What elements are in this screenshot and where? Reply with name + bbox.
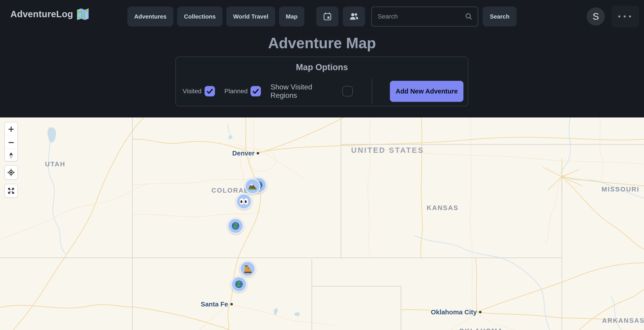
options-divider (372, 79, 372, 104)
mountain-emoji (248, 182, 257, 191)
page-title: Adventure Map (0, 34, 644, 52)
users-icon (349, 12, 359, 22)
city-dot (230, 303, 233, 306)
minus-icon: − (8, 138, 14, 146)
primary-nav: AdventuresCollectionsWorld TravelMap (128, 6, 304, 26)
state-label-missouri: MISSOURI (602, 186, 639, 193)
checkbox-planned[interactable]: Planned (224, 86, 261, 96)
checkbox-group: VisitedPlannedShow Visited Regions (182, 83, 353, 100)
map-locate-control (4, 165, 18, 180)
zoom-out-button[interactable]: − (5, 136, 18, 149)
search-icon (465, 13, 473, 20)
adventure-marker-globe[interactable] (228, 218, 244, 234)
checkbox-checked[interactable] (250, 86, 261, 96)
globe-emoji (234, 280, 244, 289)
ellipsis-icon: ••• (617, 13, 633, 20)
city-label-oklahoma-city: Oklahoma City (431, 308, 482, 316)
map-zoom-control: + − (4, 122, 18, 162)
checkbox-label: Planned (224, 88, 248, 95)
city-dot (257, 152, 259, 154)
state-label-kansas: KANSAS (427, 204, 458, 212)
globe-emoji (231, 221, 240, 231)
city-label-denver: Denver (232, 150, 259, 157)
map-fullscreen-control (4, 184, 18, 198)
nav-world-travel[interactable]: World Travel (226, 6, 275, 26)
navbar: AdventureLog AdventuresCollectionsWorld … (0, 0, 644, 118)
nav-map[interactable]: Map (279, 6, 304, 26)
app-title: AdventureLog (10, 9, 73, 19)
checkbox-unchecked[interactable] (342, 86, 353, 96)
adventure-marker-eyes[interactable] (236, 194, 252, 209)
city-name: Oklahoma City (431, 308, 477, 316)
plus-icon: + (8, 125, 14, 133)
locate-button[interactable] (5, 166, 18, 179)
country-label-united-states: UNITED STATES (351, 146, 424, 154)
calendar-icon (322, 12, 332, 22)
search-button[interactable]: Search (483, 6, 516, 26)
app-logo[interactable]: AdventureLog (10, 8, 90, 20)
adventure-marker-globe[interactable] (231, 276, 247, 292)
checkbox-label: Show Visited Regions (270, 83, 340, 100)
compass-button[interactable] (5, 149, 18, 162)
fullscreen-button[interactable] (5, 184, 18, 197)
more-menu-button[interactable]: ••• (612, 6, 639, 28)
check-icon (252, 87, 260, 95)
adventure-marker-mountain[interactable] (244, 178, 260, 194)
state-label-utah: UTAH (45, 160, 66, 168)
calendar-button[interactable] (316, 6, 338, 26)
map-options-title: Map Options (176, 62, 468, 72)
city-label-santa-fe: Santa Fe (201, 300, 233, 308)
search-input[interactable] (372, 13, 465, 20)
adventurelog-app: AdventureLog AdventuresCollectionsWorld … (0, 0, 644, 330)
city-name: Santa Fe (201, 300, 228, 308)
checkbox-show-visited-regions[interactable]: Show Visited Regions (270, 83, 353, 100)
compass-icon (7, 151, 15, 160)
city-dot (479, 311, 482, 314)
hiking-boot-emoji (243, 264, 252, 274)
adventure-map[interactable]: UNITED STATESUTAHCOLORADOKANSASMISSOURIA… (0, 118, 644, 330)
avatar[interactable]: S (587, 8, 605, 26)
search-box (371, 6, 478, 26)
adventure-marker-boot[interactable] (240, 261, 256, 277)
map-options-panel: Map Options VisitedPlannedShow Visited R… (175, 56, 468, 106)
checkbox-checked[interactable] (204, 86, 215, 96)
city-name: Denver (232, 150, 254, 157)
checkbox-label: Visited (182, 88, 202, 95)
map-options-row: VisitedPlannedShow Visited Regions Add N… (182, 79, 464, 104)
folded-map-emoji-icon (76, 8, 90, 20)
zoom-in-button[interactable]: + (5, 122, 18, 136)
fullscreen-icon (6, 186, 16, 195)
state-label-oklahoma: OKLAHOMA (459, 327, 503, 330)
map-basemap (0, 118, 644, 330)
checkbox-visited[interactable]: Visited (182, 86, 215, 96)
nav-adventures[interactable]: Adventures (128, 6, 173, 26)
users-button[interactable] (343, 6, 365, 26)
nav-collections[interactable]: Collections (177, 6, 222, 26)
eyes-emoji (239, 197, 249, 206)
check-icon (206, 87, 214, 95)
state-label-arkansas: ARKANSAS (602, 317, 644, 324)
add-new-adventure-button[interactable]: Add New Adventure (390, 81, 464, 102)
nav-icon-group (316, 6, 365, 26)
locate-icon (6, 168, 16, 177)
